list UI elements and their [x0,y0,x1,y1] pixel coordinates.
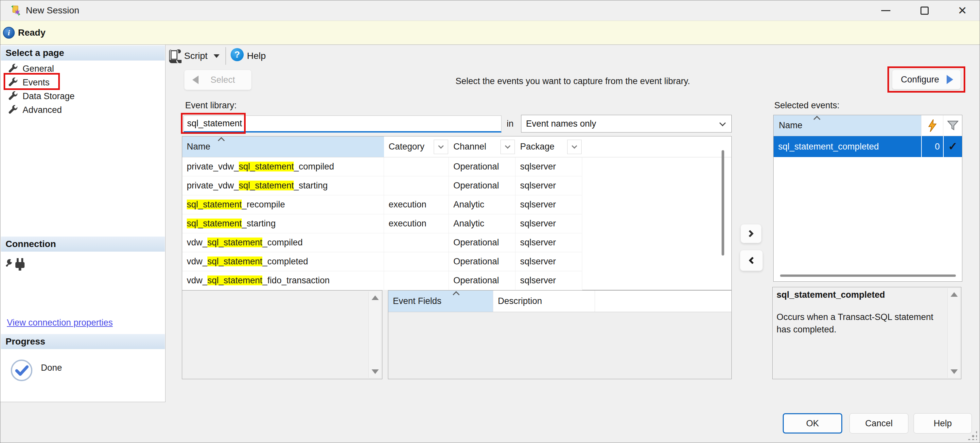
event-table-header: Name Category Channel Package [182,136,732,158]
column-header-filler [595,290,732,312]
script-button[interactable]: Script [184,46,208,66]
cell-channel: Analytic [449,195,515,214]
lightning-icon [928,120,937,132]
cell-package: sqlserver [515,214,582,233]
selected-event-row[interactable]: sql_statement_completed0✓ [773,136,962,157]
info-icon: i [3,27,15,38]
search-match-highlight: sql_statement [187,218,242,228]
search-scope-value: Event names only [526,119,596,129]
status-text: Ready [18,27,46,38]
selected-events-header: Name [773,115,962,136]
table-row[interactable]: sql_statement_recompileexecutionAnalytic… [182,195,732,214]
table-row[interactable]: vdw_sql_statement_compiledOperationalsql… [182,233,732,252]
chevron-down-icon [719,120,726,126]
scroll-down-icon [372,370,379,374]
event-fields-header: Event Fields Description [388,290,732,312]
event-details-listbox [182,290,382,379]
package-filter-button[interactable] [567,140,582,154]
description-scrollbar[interactable] [947,288,960,378]
cancel-button[interactable]: Cancel [850,413,908,433]
table-row[interactable]: private_vdw_sql_statement_startingOperat… [182,176,732,195]
select-nav-button[interactable]: Select [184,70,251,90]
chevron-left-icon [749,257,756,265]
sort-ascending-icon [815,117,820,120]
selected-events-hscrollbar[interactable] [780,274,956,277]
sidebar-item-label: Advanced [22,105,62,115]
chevron-down-icon [572,143,578,149]
cell-channel: Operational [449,271,515,290]
help-toolbar-button[interactable]: Help [247,46,266,66]
search-scope-dropdown[interactable]: Event names only [521,115,732,132]
selected-event-count: 0 [921,136,943,157]
close-button[interactable]: ✕ [952,0,973,21]
listbox-scrollbar[interactable] [368,292,381,378]
event-library-label: Event library: [185,100,237,111]
cell-channel: Operational [449,158,515,176]
progress-status: Done [41,363,62,373]
progress-header: Progress [1,334,165,349]
wrench-icon [8,64,18,73]
event-table-body: private_vdw_sql_statement_compiledOperat… [182,158,732,290]
done-check-icon [10,359,33,382]
selected-column-header-name[interactable]: Name [773,115,921,136]
wrench-icon [8,91,18,101]
table-row[interactable]: vdw_sql_statement_completedOperationalsq… [182,252,732,271]
sidebar-item-label: Data Storage [22,91,75,101]
view-connection-properties-link[interactable]: View connection properties [7,318,113,328]
selected-events-body: sql_statement_completed0✓ [773,136,962,157]
connection-icon [6,255,25,271]
event-fields-table: Event Fields Description [388,290,732,379]
ok-button[interactable]: OK [783,413,842,433]
column-header-channel[interactable]: Channel [449,136,515,157]
cell-name: private_vdw_sql_statement_starting [182,176,384,195]
checkmark-icon: ✓ [943,136,962,157]
table-row[interactable]: private_vdw_sql_statement_compiledOperat… [182,158,732,176]
select-a-page-header: Select a page [1,45,165,61]
script-icon [169,49,181,63]
script-dropdown-caret[interactable] [213,54,220,58]
channel-filter-button[interactable] [501,140,515,154]
cell-package: sqlserver [515,158,582,176]
sort-ascending-icon [454,292,459,295]
table-row[interactable]: vdw_sql_statement_fido_transactionOperat… [182,271,732,290]
sidebar-item-advanced[interactable]: Advanced [0,103,165,117]
sidebar: Select a page General Events Data Storag… [0,45,165,402]
event-table-scrollbar[interactable] [722,150,724,255]
chevron-right-icon [746,230,754,237]
column-header-description[interactable]: Description [493,290,595,312]
annotation-box-configure [888,67,965,92]
search-match-highlight: sql_statement [207,237,262,247]
search-match-highlight: sql_statement [239,162,294,171]
help-button[interactable]: Help [913,413,972,433]
search-match-highlight: sql_statement [207,257,262,266]
category-filter-button[interactable] [434,140,448,154]
cell-package: sqlserver [515,271,582,290]
window-title: New Session [26,0,79,21]
scroll-up-icon [372,295,379,300]
maximize-button[interactable] [914,0,935,21]
add-event-button[interactable] [741,224,762,243]
remove-event-button[interactable] [740,250,763,271]
sidebar-item-data-storage[interactable]: Data Storage [0,89,165,103]
chevron-down-icon [505,143,511,149]
selected-event-name: sql_statement_completed [773,136,921,157]
column-header-package[interactable]: Package [515,136,582,157]
column-header-event-fields[interactable]: Event Fields [388,290,493,312]
cell-category [384,233,449,252]
back-arrow-icon [192,76,199,84]
cell-channel: Analytic [449,214,515,233]
minimize-icon [881,10,890,11]
cell-name: vdw_sql_statement_completed [182,252,384,271]
close-icon: ✕ [958,5,967,16]
filter-column-header[interactable] [943,115,962,136]
cell-package: sqlserver [515,195,582,214]
wrench-icon [8,105,18,115]
column-header-category[interactable]: Category [384,136,449,157]
column-header-name[interactable]: Name [182,136,384,157]
table-row[interactable]: sql_statement_startingexecutionAnalytics… [182,214,732,233]
instruction-text: Select the events you want to capture fr… [393,76,752,86]
cell-name: vdw_sql_statement_fido_transaction [182,271,384,290]
maximize-icon [921,6,929,15]
minimize-button[interactable] [875,0,896,21]
event-count-column-header[interactable] [921,115,943,136]
